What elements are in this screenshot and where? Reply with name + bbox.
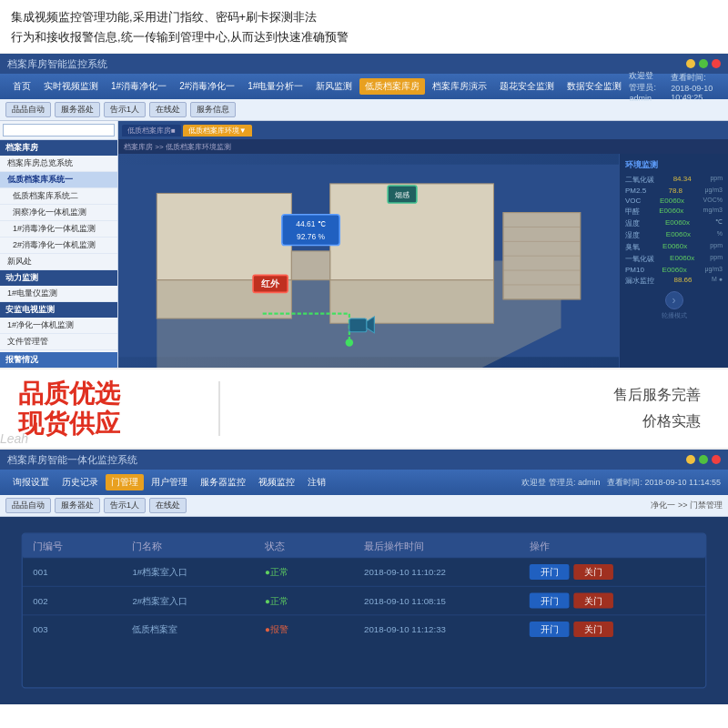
title-bar-2: 档案库房智能一体化监控系统 <box>0 450 728 470</box>
nav2-user[interactable]: 用户管理 <box>146 474 193 490</box>
toolbar-auto[interactable]: 品品自动 <box>5 102 51 117</box>
nav-datasec[interactable]: 数据安全监测 <box>561 78 627 95</box>
sidebar-item-purify1[interactable]: 1#消毒净化一体机监测 <box>0 221 117 238</box>
env-temp: 温度 E0060x ℃ <box>625 218 723 228</box>
alarm-section-title: 报警情况 <box>0 352 117 368</box>
svg-text:92.76 %: 92.76 % <box>297 232 326 241</box>
nav-purify1[interactable]: 1#消毒净化一 <box>106 78 172 95</box>
sidebar-item-purify2[interactable]: 2#消毒净化一体机监测 <box>0 238 117 254</box>
toolbar-alert[interactable]: 告示1人 <box>104 102 146 117</box>
nav-archdemo[interactable]: 档案库房演示 <box>427 78 492 95</box>
env-hcho: 甲醛 E0060x mg/m3 <box>625 207 723 217</box>
app-title-2: 档案库房智能一体化监控系统 <box>7 453 137 467</box>
top-text-line2: 行为和接收报警信息,统一传输到管理中心,从而达到快速准确预警 <box>11 27 717 47</box>
toolbar2-auto[interactable]: 品品自动 <box>5 498 51 513</box>
svg-text:●报警: ●报警 <box>265 624 288 634</box>
screenshot-2: 档案库房智能一体化监控系统 询报设置 历史记录 门管理 用户管理 服务器监控 视… <box>0 450 728 704</box>
floorplan-area: 44.61 ℃ 92.76 % 红外 烟感 环境监测 <box>118 154 728 368</box>
nav-security[interactable]: 题花安全监测 <box>494 78 560 95</box>
toolbar-2: 品品自动 服务器处 告示1人 在线处 净化一 >> 门禁管理 <box>0 495 728 517</box>
banner-right-line2: 价格实惠 <box>238 409 701 435</box>
env-humid-value: E0060x <box>666 230 691 240</box>
main-layout-1: 档案库房 档案库房总览系统 低质档案库系统一 低质档案库系统二 洞察净化一体机监… <box>0 121 728 368</box>
nav2-video[interactable]: 视频监控 <box>253 474 300 490</box>
env-hcho-value: E0060x <box>659 207 683 217</box>
minimize-button[interactable] <box>686 59 695 68</box>
content-tab-bar: 低质档案库房■ 低质档案库环境▼ <box>118 121 728 139</box>
sidebar-section-security: 安监电视监测 <box>0 302 117 318</box>
toolbar2-breadcrumb: 净化一 >> 门禁管理 <box>651 500 723 511</box>
nav2-history[interactable]: 历史记录 <box>56 474 104 490</box>
sidebar-item-filemgr[interactable]: 文件管理管 <box>0 334 117 350</box>
nav2-door[interactable]: 门管理 <box>106 474 144 490</box>
toolbar-1: 品品自动 服务器处 告示1人 在线处 服务信息 <box>0 99 728 121</box>
sidebar-item-lowarch[interactable]: 低质档案库系统一 <box>0 172 117 188</box>
svg-rect-13 <box>291 251 329 280</box>
banner-line1: 品质优选 <box>18 379 200 410</box>
svg-text:关门: 关门 <box>584 596 602 606</box>
env-temp-label: 温度 <box>625 218 640 228</box>
env-water-label: 漏水监控 <box>625 276 654 286</box>
user-info: 欢迎登 管理员: admin <box>629 70 663 103</box>
nav-power[interactable]: 1#电量分析一 <box>242 78 308 95</box>
nav-realtime[interactable]: 实时视频监测 <box>38 78 104 95</box>
env-water-value: 88.66 <box>673 276 692 286</box>
svg-rect-17 <box>349 318 367 332</box>
svg-text:门编号: 门编号 <box>33 541 63 552</box>
nav2-server[interactable]: 服务器监控 <box>195 474 251 490</box>
nav2-logout[interactable]: 注销 <box>302 474 331 490</box>
nav-wind[interactable]: 新风监测 <box>310 78 358 95</box>
nav2-inquiry[interactable]: 询报设置 <box>7 474 55 490</box>
breadcrumb-1: 档案库房 >> 低质档案库环境监测 <box>118 139 728 154</box>
sidebar-item-cammon[interactable]: 1#净化一体机监测 <box>0 318 117 334</box>
top-nav-1: 首页 实时视频监测 1#消毒净化一 2#消毒净化一 1#电量分析一 新风监测 低… <box>0 74 728 99</box>
window-controls-2 <box>686 455 721 464</box>
env-co2-unit: ppm <box>710 175 723 185</box>
env-pm25-unit: μg/m3 <box>704 187 723 195</box>
toolbar-svcinfo[interactable]: 服务信息 <box>190 102 236 117</box>
ctab-lowarch[interactable]: 低质档案库房■ <box>122 125 181 136</box>
toolbar2-server[interactable]: 服务器处 <box>55 498 100 513</box>
maximize-button[interactable] <box>699 59 708 68</box>
env-pm25-value: 78.8 <box>668 187 682 195</box>
nav-arrow-right[interactable]: › <box>665 291 683 309</box>
middle-banner: 品质优选 现货供应 售后服务完善 价格实惠 <box>0 368 728 450</box>
top-text-section: 集成视频监控管理功能,采用进门指纹、密码+刷卡探测非法 行为和接收报警信息,统一… <box>0 0 728 54</box>
toolbar-online[interactable]: 在线处 <box>149 102 187 117</box>
env-co: 一氧化碳 E0060x ppm <box>625 254 723 264</box>
env-water: 漏水监控 88.66 M ● <box>625 276 723 286</box>
nav-purify2[interactable]: 2#消毒净化一 <box>174 78 240 95</box>
nav-home[interactable]: 首页 <box>7 78 36 95</box>
sidebar-item-newwind[interactable]: 新风处 <box>0 254 117 270</box>
time-info: 查看时间: 2018-09-10 10:49:25 <box>671 72 721 102</box>
minimize-button-2[interactable] <box>686 455 695 464</box>
svg-text:002: 002 <box>33 596 47 606</box>
toolbar2-alert[interactable]: 告示1人 <box>104 498 146 513</box>
close-button[interactable] <box>712 59 721 68</box>
env-humid-unit: % <box>717 230 723 240</box>
maximize-button-2[interactable] <box>699 455 708 464</box>
toolbar-server[interactable]: 服务器处 <box>55 102 100 117</box>
sidebar-item-lowarch2[interactable]: 低质档案库系统二 <box>0 188 117 205</box>
banner-left: 品质优选 现货供应 <box>18 379 200 440</box>
sidebar-item-purify[interactable]: 洞察净化一体机监测 <box>0 205 117 221</box>
env-voc-value: E0060x <box>660 197 684 205</box>
search-input[interactable] <box>3 124 115 136</box>
svg-text:烟感: 烟感 <box>395 190 410 199</box>
app-title-1: 档案库房智能监控系统 <box>7 57 107 71</box>
svg-text:2018-09-10 11:12:33: 2018-09-10 11:12:33 <box>364 624 446 634</box>
env-voc-label: VOC <box>625 197 641 205</box>
svg-text:门名称: 门名称 <box>132 541 162 552</box>
sidebar-item-archview[interactable]: 档案库房总览系统 <box>0 156 117 172</box>
ctab-active[interactable]: 低质档案库环境▼ <box>183 125 252 136</box>
content-area-2: 门编号 门名称 状态 最后操作时间 操作 001 1#档案室入口 ●正常 201… <box>0 517 728 704</box>
close-button-2[interactable] <box>712 455 721 464</box>
env-co-value: E0060x <box>670 254 694 264</box>
env-temp-value: E0060x <box>665 218 690 228</box>
env-co-label: 一氧化碳 <box>625 254 654 264</box>
sidebar-item-elec[interactable]: 1#电量仪监测 <box>0 286 117 302</box>
svg-text:44.61 ℃: 44.61 ℃ <box>296 220 326 229</box>
banner-line2: 现货供应 <box>18 409 200 440</box>
nav-lowarch[interactable]: 低质档案库房 <box>359 78 425 95</box>
toolbar2-online[interactable]: 在线处 <box>149 498 187 513</box>
